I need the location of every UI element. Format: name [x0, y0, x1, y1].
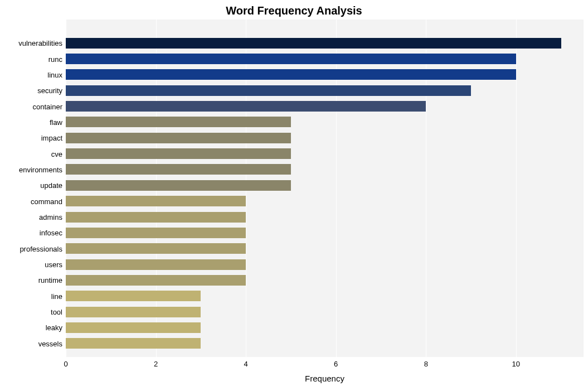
bar	[66, 101, 426, 112]
bar	[66, 148, 291, 159]
bar	[66, 164, 291, 175]
bar	[66, 117, 291, 127]
bar	[66, 228, 246, 238]
y-tick-label: cve	[1, 151, 62, 158]
bar	[66, 291, 201, 301]
bar	[66, 275, 246, 286]
y-tick-label: security	[1, 87, 62, 94]
bar	[66, 133, 291, 143]
x-tick-label: 4	[244, 360, 248, 368]
y-tick-label: vulnerabilities	[1, 40, 62, 47]
y-tick-label: update	[1, 182, 62, 189]
bar	[66, 338, 201, 349]
y-tick-label: users	[1, 261, 62, 268]
word-frequency-chart: Word Frequency Analysis Frequency vulner…	[0, 0, 588, 391]
y-tick-label: runc	[1, 56, 62, 63]
bar	[66, 38, 561, 49]
y-tick-label: vessels	[1, 340, 62, 347]
y-tick-label: command	[1, 198, 62, 205]
bar	[66, 243, 246, 254]
plot-area	[66, 20, 584, 357]
bar	[66, 212, 246, 223]
y-tick-label: tool	[1, 308, 62, 316]
bar	[66, 259, 246, 270]
x-tick-label: 6	[334, 360, 338, 368]
y-tick-label: linux	[1, 71, 62, 79]
y-tick-label: professionals	[1, 245, 62, 253]
x-axis-label: Frequency	[66, 374, 584, 383]
bar	[66, 54, 516, 64]
x-tick-label: 2	[154, 360, 158, 368]
y-tick-label: flaw	[1, 119, 62, 126]
x-tick-label: 0	[64, 360, 67, 368]
y-tick-label: environments	[1, 166, 62, 173]
chart-title: Word Frequency Analysis	[0, 4, 588, 17]
x-tick-label: 10	[512, 360, 520, 368]
y-tick-label: leaky	[1, 324, 62, 331]
bar	[66, 69, 516, 80]
bar	[66, 307, 201, 317]
x-tick-label: 8	[424, 360, 428, 368]
bar	[66, 196, 246, 206]
y-tick-label: admins	[1, 214, 62, 221]
bar	[66, 85, 471, 96]
bar	[66, 180, 291, 191]
y-tick-label: container	[1, 103, 62, 110]
y-tick-label: infosec	[1, 229, 62, 236]
bar	[66, 322, 201, 333]
y-tick-label: runtime	[1, 277, 62, 284]
y-tick-label: impact	[1, 134, 62, 142]
y-tick-label: line	[1, 293, 62, 300]
